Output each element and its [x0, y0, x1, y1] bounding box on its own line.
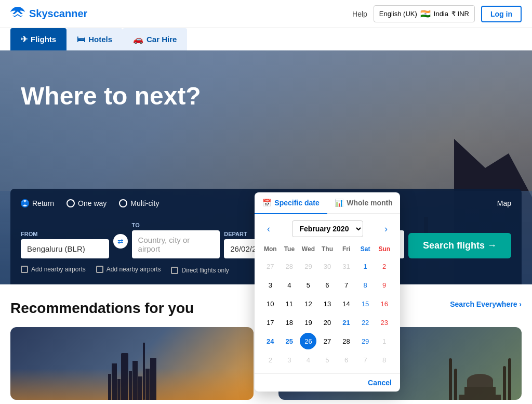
trip-one-way[interactable]: One way — [66, 199, 107, 207]
search-flights-button[interactable]: Search flights → — [408, 233, 511, 258]
tab-car-hire-label: Car Hire — [147, 35, 177, 44]
trip-multi-city-label: Multi-city — [130, 199, 159, 207]
cal-cancel-button[interactable]: Cancel — [368, 379, 392, 387]
swap-button[interactable]: ⇄ — [113, 234, 128, 249]
locale-label: English (UK) — [379, 10, 417, 18]
to-input[interactable]: Country, city or airport — [132, 230, 220, 258]
rec-card-1[interactable] — [10, 327, 254, 400]
calendar-day[interactable]: 24 — [262, 333, 278, 349]
calendar-day[interactable]: 13 — [319, 295, 336, 312]
login-button[interactable]: Log in — [481, 6, 522, 22]
from-input[interactable]: Bengaluru (BLR) — [21, 239, 109, 258]
calendar-day[interactable]: 28 — [338, 333, 355, 349]
calendar-nav: ‹ February 2020 › — [255, 214, 400, 243]
calendar-day[interactable]: 27 — [262, 258, 278, 275]
calendar-day[interactable]: 19 — [300, 314, 316, 331]
calendar-day[interactable]: 12 — [300, 295, 316, 312]
direct-only-checkbox[interactable] — [171, 267, 178, 274]
cal-next-button[interactable]: › — [380, 221, 392, 237]
tab-flights[interactable]: ✈ Flights — [10, 28, 66, 50]
calendar-day[interactable]: 23 — [376, 314, 393, 331]
calendar-day[interactable]: 2 — [376, 258, 393, 275]
cal-tab-specific[interactable]: 📅 Specific date — [255, 192, 327, 214]
calendar-day[interactable]: 15 — [357, 295, 374, 312]
calendar-day[interactable]: 20 — [319, 314, 336, 331]
add-nearby-from-label: Add nearby airports — [31, 266, 86, 273]
day-mon: Mon — [261, 243, 280, 255]
trip-return[interactable]: Return — [21, 199, 54, 207]
calendar-day[interactable]: 27 — [319, 333, 336, 349]
calendar-day[interactable]: 31 — [338, 258, 355, 275]
calendar-day[interactable]: 26 — [300, 333, 316, 349]
recommendations-title: Recommendations for you — [10, 300, 194, 317]
calendar-day[interactable]: 18 — [281, 314, 298, 331]
country-label: India — [434, 10, 448, 18]
from-field-group: From Bengaluru (BLR) — [21, 231, 109, 258]
calendar-day[interactable]: 29 — [300, 258, 316, 275]
calendar-day[interactable]: 21 — [338, 314, 355, 331]
calendar-day[interactable]: 22 — [357, 314, 374, 331]
help-link[interactable]: Help — [352, 10, 367, 18]
calendar-day[interactable]: 4 — [281, 277, 298, 293]
calendar-day[interactable]: 25 — [281, 333, 298, 349]
calendar-grid: Mon Tue Wed Thu Fri Sat Sun 272829303112… — [255, 243, 400, 373]
search-everywhere-link[interactable]: Search Everywhere › — [450, 300, 522, 308]
calendar-day[interactable]: 7 — [357, 351, 374, 368]
day-wed: Wed — [299, 243, 318, 255]
calendar-day[interactable]: 8 — [357, 277, 374, 293]
calendar-day[interactable]: 8 — [376, 351, 393, 368]
car-icon: 🚗 — [133, 34, 143, 44]
day-sat: Sat — [356, 243, 375, 255]
calendar-day[interactable]: 7 — [338, 277, 355, 293]
add-nearby-from-opt: Add nearby airports — [21, 266, 86, 273]
tab-hotels-label: Hotels — [88, 35, 112, 44]
calendar-day[interactable]: 10 — [262, 295, 278, 312]
hotels-icon: 🛏 — [77, 35, 85, 44]
currency-label: ₹ INR — [451, 10, 469, 18]
radio-return — [21, 199, 29, 207]
direct-only-label: Direct flights only — [181, 267, 229, 274]
calendar-day[interactable]: 1 — [357, 258, 374, 275]
nav-tabs: ✈ Flights 🛏 Hotels 🚗 Car Hire — [0, 28, 532, 50]
calendar-day[interactable]: 9 — [376, 277, 393, 293]
trip-return-label: Return — [32, 199, 54, 207]
locale-button[interactable]: English (UK) 🇮🇳 India ₹ INR — [374, 5, 475, 22]
calendar-days: 2728293031123456789101112131415161718192… — [261, 257, 394, 369]
cal-prev-button[interactable]: ‹ — [263, 221, 274, 237]
day-thu: Thu — [318, 243, 337, 255]
calendar-day[interactable]: 30 — [319, 258, 336, 275]
calendar-day[interactable]: 29 — [357, 333, 374, 349]
logo[interactable]: Skyscanner — [10, 7, 87, 21]
cal-month-select[interactable]: February 2020 — [292, 220, 363, 237]
calendar-day[interactable]: 3 — [281, 351, 298, 368]
add-nearby-to-checkbox[interactable] — [96, 266, 103, 273]
rec-card-1-image — [10, 327, 254, 400]
calendar-day[interactable]: 11 — [281, 295, 298, 312]
from-label: From — [21, 231, 109, 237]
calendar-day[interactable]: 3 — [262, 277, 278, 293]
calendar-day[interactable]: 28 — [281, 258, 298, 275]
cal-tab-whole-month[interactable]: 📊 Whole month — [327, 192, 400, 213]
calendar-day[interactable]: 5 — [300, 277, 316, 293]
tab-hotels[interactable]: 🛏 Hotels — [66, 28, 123, 50]
calendar-day[interactable]: 1 — [376, 333, 393, 349]
calendar-day[interactable]: 16 — [376, 295, 393, 312]
calendar-icon: 📅 — [262, 199, 271, 207]
calendar-day[interactable]: 5 — [319, 351, 336, 368]
from-value: Bengaluru (BLR) — [27, 244, 85, 253]
calendar-day[interactable]: 6 — [319, 277, 336, 293]
day-fri: Fri — [337, 243, 356, 255]
tab-car-hire[interactable]: 🚗 Car Hire — [123, 28, 187, 50]
trip-multi-city[interactable]: Multi-city — [119, 199, 159, 207]
calendar-day[interactable]: 17 — [262, 314, 278, 331]
calendar-day[interactable]: 6 — [338, 351, 355, 368]
rec-title-group: Recommendations for you — [10, 300, 194, 317]
radio-one-way — [66, 199, 75, 207]
day-sun: Sun — [375, 243, 394, 255]
map-link[interactable]: Map — [497, 199, 511, 207]
calendar-day[interactable]: 14 — [338, 295, 355, 312]
add-nearby-from-checkbox[interactable] — [21, 266, 28, 273]
calendar-day[interactable]: 2 — [262, 351, 278, 368]
tab-flights-label: Flights — [31, 35, 56, 44]
calendar-day[interactable]: 4 — [300, 351, 316, 368]
